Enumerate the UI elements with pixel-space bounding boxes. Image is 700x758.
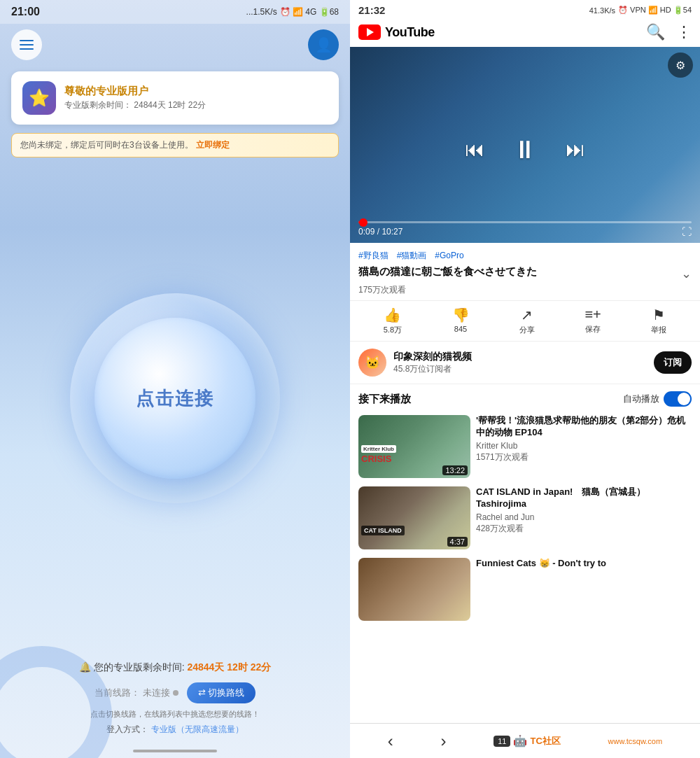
status-time-left: 21:00 <box>11 6 40 18</box>
up-next-header: 接下来播放 自动播放 <box>350 384 700 411</box>
share-icon: ↗ <box>521 307 533 323</box>
status-icons-text-right: ⏰ VPN 📶 HD 🔋54 <box>618 6 692 15</box>
forward-button[interactable]: › <box>441 731 447 751</box>
route-hint: 点击切换线路，在线路列表中挑选您想要的线路！ <box>11 709 339 720</box>
connect-area: 点击连接 <box>0 146 350 650</box>
like-button[interactable]: 👍 5.8万 <box>384 307 402 335</box>
video-views: 175万次观看 <box>358 284 692 296</box>
duration-2: 4:37 <box>447 537 468 547</box>
remaining-value: 24844天 12时 22分 <box>187 661 271 673</box>
next-button[interactable]: ⏭ <box>566 138 585 161</box>
back-button[interactable]: ‹ <box>388 731 393 751</box>
watermark-url: www.tcsqw.com <box>608 737 663 745</box>
report-button[interactable]: ⚑ 举报 <box>651 307 666 335</box>
save-button[interactable]: ≡+ 保存 <box>584 307 601 335</box>
youtube-logo: YouTube <box>358 24 435 40</box>
user-info: 尊敬的专业版用户 专业版剩余时间： 24844天 12时 22分 <box>64 85 328 111</box>
duration-1: 13:22 <box>442 465 468 475</box>
video-controls: ⏮ ⏸ ⏭ <box>350 128 700 171</box>
status-bar-right: 21:32 41.3K/s ⏰ VPN 📶 HD 🔋54 <box>350 0 700 20</box>
video-item-info-3: Funniest Cats 😸 - Don't try to <box>476 558 692 621</box>
route-status: 当前线路： 未连接 <box>94 687 178 699</box>
login-mode-value: 专业版（无限高速流量） <box>151 724 244 734</box>
video-top-controls: ⚙ <box>350 47 700 83</box>
video-item-views-1: 1571万次观看 <box>476 451 692 463</box>
remaining-time-row: 🔔 您的专业版剩余时间: 24844天 12时 22分 <box>11 661 339 674</box>
channel-subs: 45.8万位订阅者 <box>393 363 647 375</box>
connect-outer-ring[interactable]: 点击连接 <box>70 293 280 503</box>
bottom-info: 🔔 您的专业版剩余时间: 24844天 12时 22分 当前线路： 未连接 ⇄ … <box>0 650 350 744</box>
video-item-info-1: '帮帮我！'流浪猫恳求帮助他的朋友（第2部分）危机中的动物 EP104 Krit… <box>476 415 692 478</box>
youtube-header: YouTube 🔍 ⋮ <box>350 20 700 47</box>
youtube-header-icons: 🔍 ⋮ <box>646 23 692 41</box>
notification-badge: 11 <box>493 736 510 747</box>
avatar-icon-symbol: 👤 <box>315 36 332 53</box>
avatar-button[interactable]: 👤 <box>308 29 339 60</box>
youtube-play-triangle <box>367 28 374 36</box>
switch-route-button[interactable]: ⇄ 切换路线 <box>187 682 256 703</box>
menu-button[interactable] <box>11 29 42 60</box>
search-icon[interactable]: 🔍 <box>646 23 665 41</box>
like-count: 5.8万 <box>384 325 402 335</box>
video-item-channel-2: Rachel and Jun <box>476 512 692 522</box>
notification-badge-area: 11 🤖 TC社区 <box>493 734 561 748</box>
video-tags[interactable]: #野良猫 #猫動画 #GoPro <box>358 250 692 262</box>
menu-line-3 <box>20 48 34 50</box>
menu-line-2 <box>20 44 34 45</box>
status-dot <box>173 690 178 696</box>
fullscreen-button[interactable]: ⛶ <box>682 226 692 237</box>
video-thumbnail-2: CAT ISLAND 4:37 <box>358 486 470 549</box>
dislike-button[interactable]: 👎 845 <box>452 307 470 335</box>
list-item[interactable]: CAT ISLAND 4:37 CAT ISLAND in Japan! 猫島（… <box>350 482 700 554</box>
watermark-tc: TC社区 <box>530 735 560 748</box>
status-icons-left: ...1.5K/s ⏰ 📶 4G 🔋68 <box>246 7 339 17</box>
channel-row: 🐱 印象深刻的猫视频 45.8万位订阅者 订阅 <box>350 342 700 384</box>
current-time: 0:09 / 10:27 <box>358 227 402 237</box>
channel-info: 印象深刻的猫视频 45.8万位订阅者 <box>393 351 647 375</box>
progress-fill <box>358 221 363 223</box>
bell-icon: 🔔 <box>79 661 91 673</box>
video-progress-area: 0:09 / 10:27 ⛶ <box>350 216 700 243</box>
video-thumbnail-1: Kritter Klub CRISIS 13:22 <box>358 415 470 478</box>
channel-avatar[interactable]: 🐱 <box>358 349 386 377</box>
user-time-value: 24844天 12时 22分 <box>134 100 206 110</box>
video-player[interactable]: ⚙ ⏮ ⏸ ⏭ 0:09 / 10:27 <box>350 47 700 243</box>
user-time-label: 专业版剩余时间： <box>64 100 132 110</box>
user-time: 专业版剩余时间： 24844天 12时 22分 <box>64 99 328 111</box>
report-label: 举报 <box>651 325 666 335</box>
list-item[interactable]: Funniest Cats 😸 - Don't try to <box>350 554 700 625</box>
channel-name[interactable]: 印象深刻的猫视频 <box>393 351 647 363</box>
settings-icon[interactable]: ⚙ <box>668 52 693 78</box>
video-item-views-2: 428万次观看 <box>476 523 692 535</box>
save-label: 保存 <box>585 324 601 335</box>
progress-bar[interactable] <box>358 221 692 223</box>
video-item-title-3: Funniest Cats 😸 - Don't try to <box>476 558 692 570</box>
total-time-value: 10:27 <box>382 227 402 237</box>
thumb-bg-funniest <box>358 558 470 621</box>
autoplay-toggle[interactable] <box>664 391 692 407</box>
more-options-icon[interactable]: ⋮ <box>676 23 692 41</box>
bottom-nav-indicator <box>133 750 217 752</box>
kritter-badge: Kritter Klub <box>361 445 396 453</box>
route-row: 当前线路： 未连接 ⇄ 切换路线 <box>11 682 339 703</box>
action-bar: 👍 5.8万 👎 845 ↗ 分享 ≡+ 保存 ⚑ 举报 <box>350 301 700 342</box>
current-time-value: 0:09 <box>358 227 374 237</box>
pause-button[interactable]: ⏸ <box>512 135 538 164</box>
up-next-title: 接下来播放 <box>358 393 411 406</box>
video-info: #野良猫 #猫動画 #GoPro 猫島の猫達に朝ご飯を食べさせてきた ⌄ 175… <box>350 243 700 301</box>
subscribe-button[interactable]: 订阅 <box>654 351 692 374</box>
prev-button[interactable]: ⏮ <box>465 138 484 161</box>
list-item[interactable]: Kritter Klub CRISIS 13:22 '帮帮我！'流浪猫恳求帮助他… <box>350 411 700 482</box>
user-badge-icon: ⭐ <box>22 81 56 115</box>
status-icons-text-left: ⏰ 📶 4G 🔋68 <box>280 7 339 17</box>
network-speed-right: 41.3K/s <box>589 6 615 15</box>
share-button[interactable]: ↗ 分享 <box>519 307 535 335</box>
connect-button[interactable]: 点击连接 <box>94 318 255 479</box>
status-icons-right: 41.3K/s ⏰ VPN 📶 HD 🔋54 <box>589 6 692 15</box>
video-title: 猫島の猫達に朝ご飯を食べさせてきた <box>358 265 676 279</box>
thumb-bg-crisis: Kritter Klub CRISIS 13:22 <box>358 415 470 478</box>
youtube-logo-text: YouTube <box>385 25 435 40</box>
progress-time-row: 0:09 / 10:27 ⛶ <box>358 226 692 237</box>
expand-icon[interactable]: ⌄ <box>681 266 692 281</box>
login-mode: 登入方式： 专业版（无限高速流量） <box>11 724 339 736</box>
